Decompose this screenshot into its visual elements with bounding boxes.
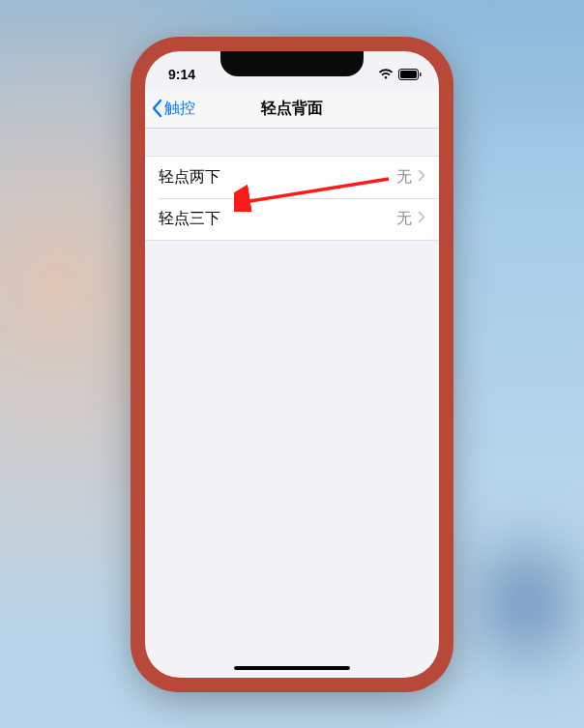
settings-list: 轻点两下 无 轻点三下 无: [145, 156, 439, 241]
notch: [220, 51, 364, 76]
back-button[interactable]: 触控: [151, 99, 195, 119]
back-label: 触控: [164, 99, 195, 119]
phone-frame: 9:14 触控 轻点背面 轻点两下 无: [134, 41, 450, 688]
chevron-right-icon: [418, 168, 425, 186]
row-value: 无: [396, 167, 412, 188]
chevron-left-icon: [151, 99, 162, 118]
svg-rect-1: [400, 71, 417, 78]
chevron-right-icon: [418, 210, 425, 227]
svg-rect-2: [420, 73, 422, 76]
row-label: 轻点两下: [159, 167, 396, 188]
nav-bar: 触控 轻点背面: [145, 90, 439, 129]
row-value: 无: [396, 209, 412, 229]
status-time: 9:14: [162, 67, 195, 82]
row-triple-tap[interactable]: 轻点三下 无: [145, 198, 439, 240]
row-double-tap[interactable]: 轻点两下 无: [145, 157, 439, 198]
screen: 9:14 触控 轻点背面 轻点两下 无: [145, 51, 439, 678]
page-title: 轻点背面: [261, 99, 323, 119]
wifi-icon: [378, 69, 394, 80]
row-label: 轻点三下: [159, 209, 396, 229]
battery-icon: [398, 69, 422, 80]
home-indicator[interactable]: [234, 666, 350, 670]
